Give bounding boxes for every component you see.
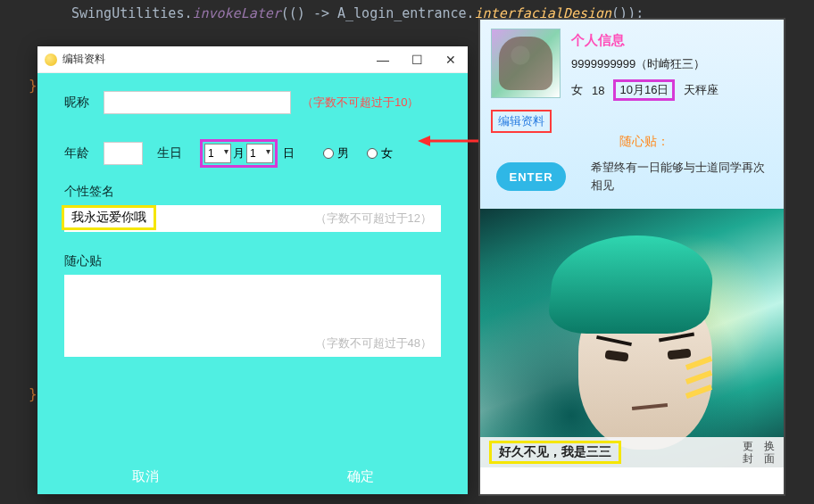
profile-section-title: 个人信息 [571, 32, 773, 49]
edit-profile-link[interactable]: 编辑资料 [498, 114, 544, 128]
signature-label: 个性签名 [64, 184, 441, 200]
note-textarea[interactable]: （字数不可超过于48） [64, 275, 441, 357]
profile-gender: 女 [571, 82, 583, 98]
profile-cover-image: 好久不见，我是三三 更 换 封 面 [480, 209, 784, 467]
minimize-button[interactable]: — [366, 46, 400, 73]
age-input[interactable] [104, 142, 143, 165]
profile-note-label: 随心贴： [619, 134, 669, 150]
age-label: 年龄 [64, 145, 104, 161]
birthday-highlight-box: 1 月 1 [200, 139, 278, 168]
signature-value-highlight: 我永远爱你哦 [62, 205, 156, 230]
birth-day-spinner[interactable]: 1 [246, 144, 273, 163]
birth-month-spinner[interactable]: 1 [204, 144, 231, 163]
cover-caption-highlight: 好久不见，我是三三 [489, 441, 621, 464]
radio-dot-icon [367, 148, 378, 159]
profile-wish-text: 希望终有一日能够与士道同学再次相见 [591, 159, 769, 194]
nickname-input[interactable] [104, 91, 291, 114]
change-cover-button[interactable]: 更 换 封 面 [743, 440, 775, 466]
app-icon [45, 54, 57, 66]
radio-dot-icon [323, 148, 334, 159]
edit-profile-dialog: 编辑资料 — ☐ ✕ 昵称 （字数不可超过于10） 年龄 生日 1 月 1 日 … [37, 46, 468, 494]
dialog-titlebar: 编辑资料 — ☐ ✕ [37, 46, 468, 73]
profile-age: 18 [592, 84, 604, 97]
profile-birthday-highlight: 10月16日 [613, 79, 675, 101]
nickname-label: 昵称 [64, 95, 104, 111]
edit-profile-link-highlight: 编辑资料 [491, 110, 552, 133]
dialog-title: 编辑资料 [62, 52, 105, 67]
cancel-button[interactable]: 取消 [37, 459, 253, 494]
profile-id-name: 9999999999（时崎狂三） [571, 56, 705, 72]
avatar[interactable] [491, 29, 561, 98]
nickname-hint: （字数不可超过于10） [302, 95, 419, 111]
gutter-brace: } [29, 77, 37, 94]
cover-caption: 好久不见，我是三三 [499, 444, 611, 459]
profile-birthday: 10月16日 [619, 83, 669, 96]
birthday-label: 生日 [157, 145, 196, 161]
signature-input-row[interactable]: 我永远爱你哦 （字数不可超过于12） [64, 205, 441, 232]
day-unit: 日 [283, 145, 295, 161]
note-label: 随心贴 [64, 253, 441, 269]
ok-button[interactable]: 确定 [253, 459, 468, 494]
gender-male-radio[interactable]: 男 [323, 145, 349, 161]
maximize-button[interactable]: ☐ [400, 46, 434, 73]
signature-hint: （字数不可超过于12） [315, 211, 432, 227]
month-unit: 月 [233, 145, 245, 161]
note-hint: （字数不可超过于48） [315, 335, 432, 351]
profile-panel: — ✕ 个人信息 9999999999（时崎狂三） 女 18 10月16日 天秤… [478, 18, 785, 496]
gutter-brace: } [29, 385, 37, 402]
profile-zodiac: 天秤座 [684, 82, 718, 98]
gender-female-radio[interactable]: 女 [367, 145, 393, 161]
enter-button[interactable]: ENTER [496, 162, 566, 191]
close-button[interactable]: ✕ [434, 46, 468, 73]
